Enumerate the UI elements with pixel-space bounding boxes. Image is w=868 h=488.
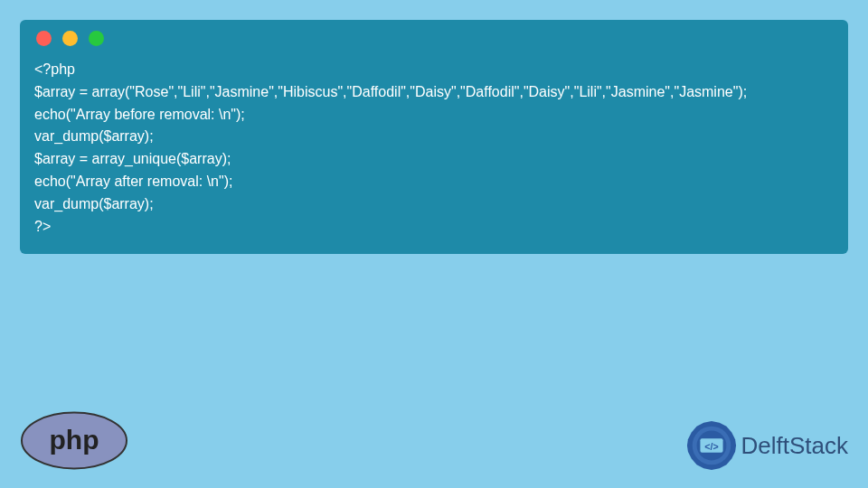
close-dot-icon <box>36 31 52 46</box>
window-controls <box>34 31 834 46</box>
code-line: echo("Array before removal: \n"); <box>34 104 834 127</box>
code-line: <?php <box>34 59 834 81</box>
php-logo-icon: php <box>20 411 128 470</box>
code-line: var_dump($array); <box>34 126 834 148</box>
gear-badge-icon: </> <box>685 419 738 472</box>
delftstack-logo: </> DelftStack <box>685 419 849 472</box>
code-block: <?php$array = array("Rose","Lili","Jasmi… <box>34 59 834 238</box>
code-line: ?> <box>34 216 834 239</box>
code-line: $array = array_unique($array); <box>34 148 834 171</box>
minimize-dot-icon <box>62 31 78 46</box>
delftstack-text: DelftStack <box>741 432 849 460</box>
code-panel: <?php$array = array("Rose","Lili","Jasmi… <box>20 20 848 254</box>
code-line: var_dump($array); <box>34 193 834 216</box>
badge-code-text: </> <box>704 441 718 452</box>
maximize-dot-icon <box>89 31 104 46</box>
code-line: echo("Array after removal: \n"); <box>34 171 834 193</box>
php-logo-text: php <box>50 425 99 455</box>
code-line: $array = array("Rose","Lili","Jasmine","… <box>34 81 834 104</box>
